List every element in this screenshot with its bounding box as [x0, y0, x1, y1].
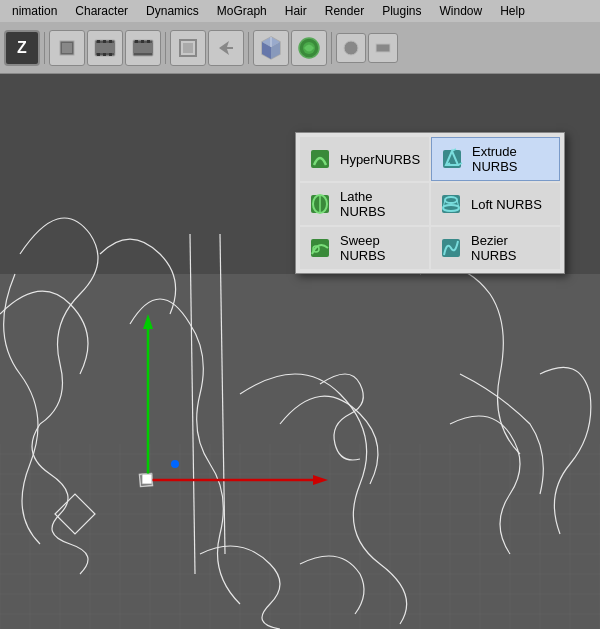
svg-rect-11 [133, 43, 153, 53]
film-icon-2 [131, 36, 155, 60]
menu-help[interactable]: Help [492, 2, 533, 20]
menu-plugins[interactable]: Plugins [374, 2, 429, 20]
extra-btn-2[interactable] [368, 33, 398, 63]
bezier-nurbs-label: Bezier NURBS [471, 233, 552, 263]
sweep-nurbs-label: Sweep NURBS [340, 233, 421, 263]
loft-nurbs-item[interactable]: Loft NURBS [431, 183, 560, 225]
arrow-icon [215, 37, 237, 59]
nurbs-icon [296, 35, 322, 61]
loft-nurbs-label: Loft NURBS [471, 197, 542, 212]
move-button[interactable] [49, 30, 85, 66]
separator-4 [331, 32, 332, 64]
svg-rect-13 [141, 40, 144, 43]
menu-character[interactable]: Character [67, 2, 136, 20]
svg-rect-7 [97, 53, 100, 56]
svg-rect-5 [103, 40, 106, 43]
shape-icon-1 [177, 37, 199, 59]
viewport[interactable]: HyperNURBS Extrude NURBS [0, 74, 600, 629]
menu-hair[interactable]: Hair [277, 2, 315, 20]
toolbar: Z [0, 22, 600, 74]
sweep-nurbs-icon [308, 236, 332, 260]
cube-button[interactable] [253, 30, 289, 66]
nurbs-button[interactable] [291, 30, 327, 66]
menu-bar: nimation Character Dynamics MoGraph Hair… [0, 0, 600, 22]
svg-rect-8 [103, 53, 106, 56]
svg-rect-3 [95, 43, 115, 53]
svg-rect-6 [109, 40, 112, 43]
z-label: Z [17, 39, 27, 57]
hyper-nurbs-item[interactable]: HyperNURBS [300, 137, 429, 181]
svg-rect-25 [376, 44, 390, 52]
extra-icon-1 [342, 39, 360, 57]
svg-point-24 [344, 41, 358, 55]
menu-animation[interactable]: nimation [4, 2, 65, 20]
extra-btn-1[interactable] [336, 33, 366, 63]
svg-rect-4 [97, 40, 100, 43]
film-icon-1 [93, 36, 117, 60]
svg-rect-12 [135, 40, 138, 43]
extra-icon-2 [374, 39, 392, 57]
arrow-button[interactable] [208, 30, 244, 66]
svg-rect-14 [147, 40, 150, 43]
svg-rect-9 [109, 53, 112, 56]
separator-3 [248, 32, 249, 64]
shape-button-1[interactable] [170, 30, 206, 66]
svg-rect-1 [62, 43, 72, 53]
film-button-1[interactable] [87, 30, 123, 66]
extrude-nurbs-item[interactable]: Extrude NURBS [431, 137, 560, 181]
extrude-nurbs-icon [440, 147, 464, 171]
menu-window[interactable]: Window [432, 2, 491, 20]
hyper-nurbs-label: HyperNURBS [340, 152, 420, 167]
separator-1 [44, 32, 45, 64]
cube-icon [258, 35, 284, 61]
dropdown-grid: HyperNURBS Extrude NURBS [300, 137, 560, 269]
menu-render[interactable]: Render [317, 2, 372, 20]
separator-2 [165, 32, 166, 64]
sweep-nurbs-item[interactable]: Sweep NURBS [300, 227, 429, 269]
hyper-nurbs-icon [308, 147, 332, 171]
lathe-nurbs-label: Lathe NURBS [340, 189, 421, 219]
menu-mograph[interactable]: MoGraph [209, 2, 275, 20]
bezier-nurbs-item[interactable]: Bezier NURBS [431, 227, 560, 269]
film-button-2[interactable] [125, 30, 161, 66]
lathe-nurbs-icon [308, 192, 332, 216]
svg-rect-16 [183, 43, 193, 53]
menu-dynamics[interactable]: Dynamics [138, 2, 207, 20]
nurbs-dropdown: HyperNURBS Extrude NURBS [295, 132, 565, 274]
z-button[interactable]: Z [4, 30, 40, 66]
bezier-nurbs-icon [439, 236, 463, 260]
move-icon [57, 38, 77, 58]
loft-nurbs-icon [439, 192, 463, 216]
lathe-nurbs-item[interactable]: Lathe NURBS [300, 183, 429, 225]
extrude-nurbs-label: Extrude NURBS [472, 144, 551, 174]
